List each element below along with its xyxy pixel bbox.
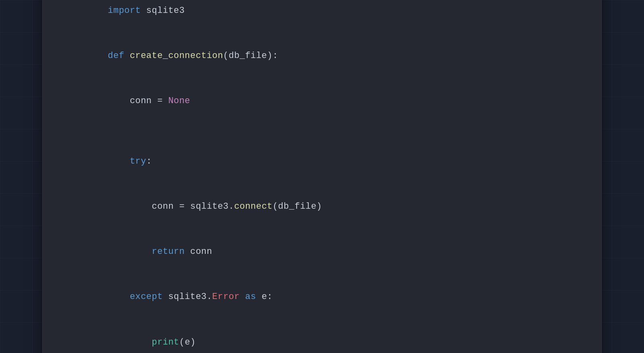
line-except: except sqlite3.Error as e: xyxy=(75,274,569,320)
indent-print xyxy=(108,337,152,347)
attr-error: Error xyxy=(212,292,239,302)
line-empty-2 xyxy=(75,124,569,139)
colon-except: : xyxy=(267,292,273,302)
param-db-file: db_file xyxy=(229,51,267,61)
keyword-except: except xyxy=(130,292,163,302)
param-db-file-2: db_file xyxy=(278,201,317,212)
func-create-connection: create_connection xyxy=(124,51,223,61)
builtin-print: print xyxy=(152,337,179,347)
paren-print-close: ) xyxy=(190,337,196,347)
keyword-return1: return xyxy=(152,247,185,257)
line-conn-assign: conn = None xyxy=(75,79,569,124)
line-return1: return conn xyxy=(75,229,569,274)
paren-open: ( xyxy=(223,51,229,61)
indent-except xyxy=(108,292,130,302)
indent-return1 xyxy=(108,247,152,257)
indent-connect: conn xyxy=(108,201,179,212)
code-panel: # Create a database connection import sq… xyxy=(42,0,602,353)
none-value: None xyxy=(163,96,190,106)
line-import: import sqlite3 xyxy=(75,0,569,33)
var-e: e xyxy=(256,292,267,302)
code-block: # Create a database connection import sq… xyxy=(75,0,569,353)
var-conn-return1: conn xyxy=(185,247,212,257)
module-sqlite3: sqlite3 xyxy=(141,6,185,16)
keyword-as: as xyxy=(239,292,256,302)
paren-connect-close: ) xyxy=(316,201,322,212)
dot-connect: . xyxy=(229,201,234,212)
line-def: def create_connection(db_file): xyxy=(75,33,569,79)
indent-try xyxy=(108,156,130,166)
func-connect: connect xyxy=(234,201,273,212)
paren-close: ) xyxy=(267,51,273,61)
op-assign: = xyxy=(157,96,163,106)
line-print: print(e) xyxy=(75,320,569,353)
dot-except: . xyxy=(206,292,212,302)
module-sqlite3-2: sqlite3 xyxy=(185,201,229,212)
indent-1: conn xyxy=(108,96,157,106)
module-sqlite3-except: sqlite3 xyxy=(163,292,206,302)
paren-connect-open: ( xyxy=(272,201,278,212)
keyword-import: import xyxy=(108,6,141,16)
colon-def: : xyxy=(272,51,278,61)
line-connect: conn = sqlite3.connect(db_file) xyxy=(75,184,569,229)
paren-print-open: ( xyxy=(179,337,185,347)
colon-try: : xyxy=(146,156,152,166)
line-try: try: xyxy=(75,139,569,184)
keyword-try: try xyxy=(130,156,146,166)
var-e-print: e xyxy=(185,337,190,347)
op-connect-assign: = xyxy=(179,201,185,212)
keyword-def: def xyxy=(108,51,124,61)
